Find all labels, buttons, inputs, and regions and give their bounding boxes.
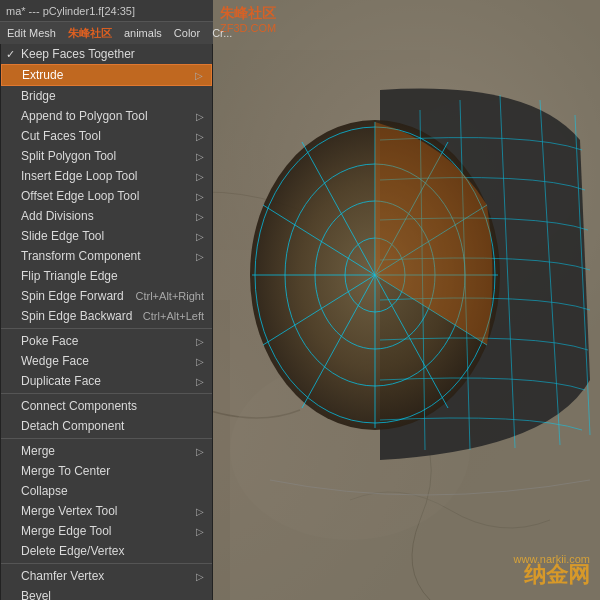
- menu-item-append-to-polygon-tool[interactable]: Append to Polygon Tool▷: [1, 106, 212, 126]
- menu-item-label: Transform Component: [21, 249, 141, 263]
- menu-item-label: Duplicate Face: [21, 374, 101, 388]
- menu-item-label: Flip Triangle Edge: [21, 269, 118, 283]
- menu-item-label: Bridge: [21, 89, 56, 103]
- menu-item-label: Poke Face: [21, 334, 78, 348]
- submenu-arrow-icon: ▷: [196, 191, 204, 202]
- submenu-arrow-icon: ▷: [196, 376, 204, 387]
- menu-item-shortcut: Ctrl+Alt+Right: [136, 290, 204, 302]
- submenu-arrow-icon: ▷: [196, 506, 204, 517]
- menu-item-chamfer-vertex[interactable]: Chamfer Vertex▷: [1, 566, 212, 586]
- menu-item-cut-faces-tool[interactable]: Cut Faces Tool▷: [1, 126, 212, 146]
- menu-divider-14: [1, 328, 212, 329]
- menu-item-delete-edge/vertex[interactable]: Delete Edge/Vertex: [1, 541, 212, 561]
- watermark-url: www.narkii.com: [514, 553, 590, 565]
- submenu-arrow-icon: ▷: [195, 70, 203, 81]
- submenu-arrow-icon: ▷: [196, 131, 204, 142]
- menu-divider-28: [1, 563, 212, 564]
- submenu-arrow-icon: ▷: [196, 356, 204, 367]
- menu-item-insert-edge-loop-tool[interactable]: Insert Edge Loop Tool▷: [1, 166, 212, 186]
- menu-divider-18: [1, 393, 212, 394]
- menu-animals[interactable]: animals: [119, 25, 167, 41]
- menu-item-add-divisions[interactable]: Add Divisions▷: [1, 206, 212, 226]
- menu-item-label: Spin Edge Forward: [21, 289, 124, 303]
- menu-item-label: Split Polygon Tool: [21, 149, 116, 163]
- menu-item-shortcut: Ctrl+Alt+Left: [143, 310, 204, 322]
- title-bar: ma* --- pCylinder1.f[24:35]: [0, 0, 213, 22]
- submenu-arrow-icon: ▷: [196, 231, 204, 242]
- submenu-arrow-icon: ▷: [196, 526, 204, 537]
- menu-item-keep-faces-together[interactable]: Keep Faces Together: [1, 44, 212, 64]
- menu-item-spin-edge-forward[interactable]: Spin Edge ForwardCtrl+Alt+Right: [1, 286, 212, 306]
- menu-item-bridge[interactable]: Bridge: [1, 86, 212, 106]
- menu-item-label: Detach Component: [21, 419, 124, 433]
- menu-item-merge-vertex-tool[interactable]: Merge Vertex Tool▷: [1, 501, 212, 521]
- menu-item-bevel[interactable]: Bevel: [1, 586, 212, 600]
- menu-item-offset-edge-loop-tool[interactable]: Offset Edge Loop Tool▷: [1, 186, 212, 206]
- submenu-arrow-icon: ▷: [196, 446, 204, 457]
- menu-item-label: Chamfer Vertex: [21, 569, 104, 583]
- menu-item-label: Merge Edge Tool: [21, 524, 112, 538]
- menu-brand: 朱峰社区: [63, 24, 117, 43]
- menu-item-duplicate-face[interactable]: Duplicate Face▷: [1, 371, 212, 391]
- submenu-arrow-icon: ▷: [196, 111, 204, 122]
- menu-item-collapse[interactable]: Collapse: [1, 481, 212, 501]
- menu-divider-21: [1, 438, 212, 439]
- menu-item-label: Merge To Center: [21, 464, 110, 478]
- submenu-arrow-icon: ▷: [196, 151, 204, 162]
- menu-bar[interactable]: Edit Mesh 朱峰社区 animals Color Cr...: [0, 22, 213, 44]
- menu-item-label: Append to Polygon Tool: [21, 109, 148, 123]
- menu-item-label: Offset Edge Loop Tool: [21, 189, 139, 203]
- menu-item-spin-edge-backward[interactable]: Spin Edge BackwardCtrl+Alt+Left: [1, 306, 212, 326]
- menu-item-transform-component[interactable]: Transform Component▷: [1, 246, 212, 266]
- submenu-arrow-icon: ▷: [196, 211, 204, 222]
- menu-color[interactable]: Color: [169, 25, 205, 41]
- menu-item-extrude[interactable]: Extrude▷: [1, 64, 212, 86]
- menu-item-label: Merge: [21, 444, 55, 458]
- menu-edit-mesh[interactable]: Edit Mesh: [2, 25, 61, 41]
- menu-item-label: Extrude: [22, 68, 63, 82]
- watermark-site: 朱峰社区: [220, 5, 276, 23]
- menu-item-merge-edge-tool[interactable]: Merge Edge Tool▷: [1, 521, 212, 541]
- menu-item-label: Slide Edge Tool: [21, 229, 104, 243]
- title-text: ma* --- pCylinder1.f[24:35]: [6, 5, 135, 17]
- menu-item-label: Add Divisions: [21, 209, 94, 223]
- menu-item-label: Spin Edge Backward: [21, 309, 132, 323]
- menu-item-split-polygon-tool[interactable]: Split Polygon Tool▷: [1, 146, 212, 166]
- menu-item-poke-face[interactable]: Poke Face▷: [1, 331, 212, 351]
- menu-item-label: Cut Faces Tool: [21, 129, 101, 143]
- menu-item-label: Insert Edge Loop Tool: [21, 169, 138, 183]
- dropdown-menu: Keep Faces TogetherExtrude▷BridgeAppend …: [0, 44, 213, 600]
- menu-item-label: Delete Edge/Vertex: [21, 544, 124, 558]
- menu-item-label: Merge Vertex Tool: [21, 504, 118, 518]
- menu-item-merge[interactable]: Merge▷: [1, 441, 212, 461]
- menu-item-slide-edge-tool[interactable]: Slide Edge Tool▷: [1, 226, 212, 246]
- menu-item-label: Keep Faces Together: [21, 47, 135, 61]
- menu-item-label: Connect Components: [21, 399, 137, 413]
- submenu-arrow-icon: ▷: [196, 571, 204, 582]
- submenu-arrow-icon: ▷: [196, 336, 204, 347]
- menu-item-wedge-face[interactable]: Wedge Face▷: [1, 351, 212, 371]
- menu-item-flip-triangle-edge[interactable]: Flip Triangle Edge: [1, 266, 212, 286]
- menu-cr[interactable]: Cr...: [207, 25, 237, 41]
- menu-item-merge-to-center[interactable]: Merge To Center: [1, 461, 212, 481]
- menu-item-label: Bevel: [21, 589, 51, 600]
- submenu-arrow-icon: ▷: [196, 251, 204, 262]
- mesh-object: [220, 60, 600, 560]
- menu-item-label: Wedge Face: [21, 354, 89, 368]
- menu-item-label: Collapse: [21, 484, 68, 498]
- submenu-arrow-icon: ▷: [196, 171, 204, 182]
- menu-item-connect-components[interactable]: Connect Components: [1, 396, 212, 416]
- menu-item-detach-component[interactable]: Detach Component: [1, 416, 212, 436]
